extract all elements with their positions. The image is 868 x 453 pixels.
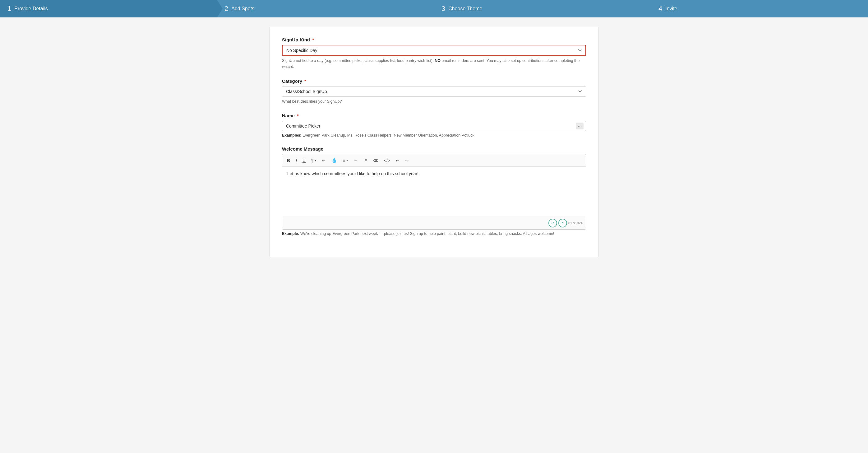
rte-footer: ↺ ↻ 817/1024 xyxy=(282,217,586,229)
unordered-list-icon: ⁝≡ xyxy=(364,158,368,163)
step-1[interactable]: 1 Provide Details xyxy=(0,0,217,18)
rte-color-button[interactable]: 💧 xyxy=(329,156,340,165)
name-label: Name * xyxy=(282,113,586,118)
progress-bar: 1 Provide Details 2 Add Spots 3 Choose T… xyxy=(0,0,868,18)
undo-icon: ↩ xyxy=(396,158,400,163)
rte-italic-button[interactable]: I xyxy=(293,157,299,164)
rte-text: Let us know which committees you'd like … xyxy=(287,171,418,176)
link-icon xyxy=(373,158,378,163)
ordered-list-icon: ≔ xyxy=(353,158,358,163)
signup-kind-select[interactable]: No Specific Day Single Day Multi-Day xyxy=(282,45,586,56)
main-form: SignUp Kind * No Specific Day Single Day… xyxy=(269,27,599,257)
rte-code-button[interactable]: </> xyxy=(382,157,392,164)
name-input-wrapper: ··· xyxy=(282,121,586,131)
rte-footer-icon-2: ↻ xyxy=(561,221,565,226)
rte-toolbar: B I U ¶ ▾ ✏ 💧 ≡ xyxy=(282,154,586,167)
paragraph-dropdown-icon: ▾ xyxy=(315,159,316,162)
rte-footer-btn-1[interactable]: ↺ xyxy=(549,219,557,227)
rte-highlighter-button[interactable]: ✏ xyxy=(319,157,328,164)
step-2-label: Add Spots xyxy=(231,6,254,11)
name-input[interactable] xyxy=(282,121,586,131)
rte-redo-button[interactable]: ↪ xyxy=(403,157,411,164)
welcome-message-example: Example: We're cleaning up Evergreen Par… xyxy=(282,231,586,236)
signup-kind-label: SignUp Kind * xyxy=(282,37,586,42)
step-2[interactable]: 2 Add Spots xyxy=(217,0,434,18)
char-count: 817/1024 xyxy=(568,221,583,225)
rte-undo-button[interactable]: ↩ xyxy=(394,157,402,164)
step-3[interactable]: 3 Choose Theme xyxy=(434,0,651,18)
signup-kind-hint: SignUp not tied to a day (e.g. committee… xyxy=(282,58,586,70)
signup-kind-required: * xyxy=(312,37,314,42)
name-dots-button[interactable]: ··· xyxy=(576,122,584,130)
category-label: Category * xyxy=(282,78,586,84)
category-select[interactable]: Class/School SignUp Community Church/Rel… xyxy=(282,86,586,97)
examples-text-content: Evergreen Park Cleanup, Ms. Rose's Class… xyxy=(303,133,474,138)
rte-bold-button[interactable]: B xyxy=(285,157,292,164)
name-group: Name * ··· Examples: Evergreen Park Clea… xyxy=(282,113,586,138)
underline-icon: U xyxy=(303,158,306,163)
rte-ordered-list-button[interactable]: ≔ xyxy=(351,157,360,164)
step-4-label: Invite xyxy=(665,6,677,11)
svg-text:≔: ≔ xyxy=(353,158,357,162)
rich-text-editor: B I U ¶ ▾ ✏ 💧 ≡ xyxy=(282,154,586,230)
rte-footer-icon-1: ↺ xyxy=(551,221,555,226)
rte-paragraph-button[interactable]: ¶ ▾ xyxy=(309,157,318,164)
name-required: * xyxy=(297,113,299,118)
step-1-number: 1 xyxy=(7,5,11,13)
step-1-label: Provide Details xyxy=(14,6,48,11)
redo-icon: ↪ xyxy=(405,158,409,163)
category-required: * xyxy=(304,78,306,84)
example-label: Example: xyxy=(282,231,299,236)
step-4[interactable]: 4 Invite xyxy=(651,0,868,18)
rte-align-button[interactable]: ≡ ▾ xyxy=(341,157,350,164)
color-icon: 💧 xyxy=(331,158,337,163)
signup-kind-group: SignUp Kind * No Specific Day Single Day… xyxy=(282,37,586,70)
highlighter-icon: ✏ xyxy=(322,158,326,163)
bold-icon: B xyxy=(287,158,290,163)
paragraph-icon: ¶ xyxy=(311,158,314,163)
welcome-message-group: Welcome Message B I U ¶ ▾ ✏ xyxy=(282,146,586,236)
svg-text:⁝≡: ⁝≡ xyxy=(364,158,367,162)
category-hint: What best describes your SignUp? xyxy=(282,98,586,105)
welcome-message-label: Welcome Message xyxy=(282,146,586,151)
category-group: Category * Class/School SignUp Community… xyxy=(282,78,586,105)
examples-label: Examples: xyxy=(282,133,302,138)
rte-underline-button[interactable]: U xyxy=(300,157,308,164)
rte-footer-btn-2[interactable]: ↻ xyxy=(558,219,567,227)
rte-unordered-list-button[interactable]: ⁝≡ xyxy=(361,157,370,164)
example-text: We're cleaning up Evergreen Park next we… xyxy=(300,231,554,236)
step-3-label: Choose Theme xyxy=(448,6,482,11)
rte-content-area[interactable]: Let us know which committees you'd like … xyxy=(282,167,586,217)
italic-icon: I xyxy=(296,158,297,163)
step-3-number: 3 xyxy=(441,5,445,13)
rte-link-button[interactable] xyxy=(371,157,380,164)
align-icon: ≡ xyxy=(343,158,345,163)
step-4-number: 4 xyxy=(658,5,662,13)
name-examples: Examples: Evergreen Park Cleanup, Ms. Ro… xyxy=(282,133,586,138)
name-dots-icon: ··· xyxy=(578,123,582,129)
align-dropdown-icon: ▾ xyxy=(346,159,348,162)
step-2-number: 2 xyxy=(224,5,228,13)
code-icon: </> xyxy=(384,158,390,163)
signup-kind-hint-bold: NO xyxy=(435,58,440,63)
